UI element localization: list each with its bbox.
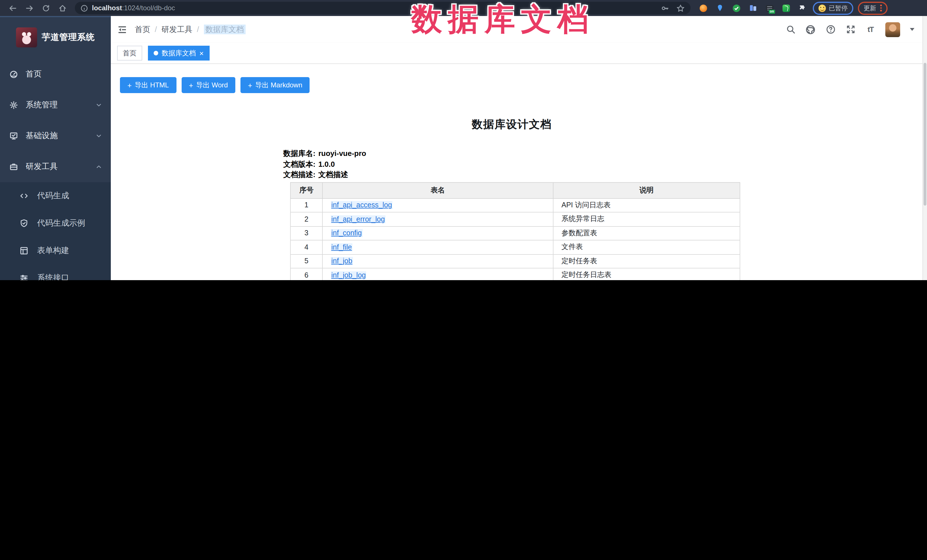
sidebar: 芋道管理系统 首页 系统管理 基础设施	[0, 16, 111, 280]
paused-extension-badge[interactable]: 已暂停	[813, 2, 853, 15]
app-logo-row[interactable]: 芋道管理系统	[0, 16, 111, 59]
header-actions: tT	[785, 22, 915, 37]
db-info-line: 数据库名:ruoyi-vue-pro	[283, 149, 740, 159]
emoji-face-icon	[819, 4, 826, 12]
screen: localhost:1024/tool/db-doc on	[0, 0, 927, 280]
table-row: 3 inf_config 参数配置表	[290, 226, 740, 240]
breadcrumb-item[interactable]: 数据库文档	[204, 24, 246, 35]
tag-db-doc[interactable]: 数据库文档 ×	[148, 46, 209, 61]
table-link[interactable]: inf_api_access_log	[331, 201, 393, 209]
tables-index: 序号 表名 说明 1 inf_api_access_log API 访问日志表	[290, 182, 740, 280]
browser-nav	[6, 1, 72, 15]
document-title: 数据库设计文档	[283, 117, 740, 132]
user-avatar[interactable]	[885, 22, 900, 37]
sidebar-item-dev-tools[interactable]: 研发工具	[0, 151, 111, 182]
tools-icon	[9, 162, 18, 171]
ext-pin-icon[interactable]	[715, 3, 724, 12]
ext-orange-icon[interactable]	[699, 3, 708, 12]
fontsize-icon[interactable]: tT	[865, 24, 875, 35]
home-icon[interactable]	[55, 1, 69, 15]
col-header-table-name: 表名	[322, 182, 553, 198]
sidebar-submenu: 代码生成 代码生成示例 表单构建 系统接口	[0, 182, 111, 280]
col-header-description: 说明	[553, 182, 740, 198]
col-header-index: 序号	[290, 182, 322, 198]
db-info-line: 文档描述:文档描述	[283, 170, 740, 180]
app-header: 首页/ 研发工具/ 数据库文档/ tT	[111, 16, 927, 43]
shield-icon	[20, 219, 29, 228]
export-word-button[interactable]: + 导出 Word	[181, 77, 235, 93]
app-title: 芋道管理系统	[42, 32, 95, 43]
ext-green-icon[interactable]	[781, 3, 790, 12]
browser-menu-icon[interactable]	[880, 5, 881, 11]
sidebar-fold-icon[interactable]	[117, 24, 128, 35]
ext-check-icon[interactable]	[732, 3, 741, 12]
reload-icon[interactable]	[39, 1, 53, 15]
table-link[interactable]: inf_api_error_log	[331, 216, 386, 223]
bookmark-star-icon[interactable]	[676, 4, 685, 12]
extensions-puzzle-icon[interactable]	[798, 3, 807, 12]
chevron-up-icon	[95, 163, 103, 171]
breadcrumb-item[interactable]: 首页	[135, 24, 150, 35]
chevron-down-icon[interactable]	[910, 28, 915, 31]
sidebar-subitem-code-generation-demo[interactable]: 代码生成示例	[0, 209, 111, 237]
table-row: 4 inf_file 文件表	[290, 240, 740, 254]
table-row: 1 inf_api_access_log API 访问日志表	[290, 198, 740, 212]
db-doc: 数据库设计文档 数据库名:ruoyi-vue-pro 文档版本:1.0.0 文档…	[283, 64, 740, 280]
browser-update-button[interactable]: 更新	[858, 2, 887, 15]
app-logo	[16, 27, 37, 47]
dashboard-icon	[9, 70, 18, 79]
table-link[interactable]: inf_job_log	[331, 271, 366, 279]
key-icon[interactable]	[661, 4, 669, 12]
ext-on-icon[interactable]: on	[765, 3, 774, 12]
table-link[interactable]: inf_job	[331, 257, 353, 265]
table-link[interactable]: inf_config	[331, 229, 362, 237]
export-html-button[interactable]: + 导出 HTML	[120, 77, 176, 93]
extension-row: on	[699, 3, 807, 12]
help-icon[interactable]	[825, 24, 836, 35]
sidebar-subitem-code-generation[interactable]: 代码生成	[0, 182, 111, 209]
infra-icon	[9, 131, 18, 141]
tags-view-bar: 首页 × 数据库文档 ×	[111, 43, 927, 64]
plus-icon: +	[189, 81, 193, 90]
tag-home[interactable]: 首页 ×	[117, 46, 142, 61]
fullscreen-icon[interactable]	[845, 24, 856, 35]
close-icon[interactable]: ×	[199, 49, 204, 57]
chevron-down-icon	[95, 101, 103, 109]
sliders-icon	[20, 273, 29, 280]
browser-chrome: localhost:1024/tool/db-doc on	[0, 0, 927, 16]
active-dot-icon	[153, 51, 158, 55]
forward-icon[interactable]	[22, 1, 36, 15]
breadcrumb-item[interactable]: 研发工具	[162, 24, 193, 35]
db-info-block: 数据库名:ruoyi-vue-pro 文档版本:1.0.0 文档描述:文档描述	[283, 149, 740, 180]
ext-blue-icon[interactable]	[748, 3, 757, 12]
sidebar-menu: 首页 系统管理 基础设施 研发工具	[0, 59, 111, 182]
sidebar-item-system-management[interactable]: 系统管理	[0, 90, 111, 120]
table-header-row: 序号 表名 说明	[290, 182, 740, 198]
scrollbar-thumb[interactable]	[924, 63, 926, 206]
page-scrollbar[interactable]	[922, 16, 927, 280]
table-link[interactable]: inf_file	[331, 243, 353, 251]
table-row: 2 inf_api_error_log 系统异常日志	[290, 212, 740, 226]
chevron-down-icon	[95, 132, 103, 140]
form-icon	[20, 246, 29, 255]
db-info-line: 文档版本:1.0.0	[283, 159, 740, 170]
plus-icon: +	[128, 81, 132, 90]
breadcrumb: 首页/ 研发工具/ 数据库文档/	[135, 24, 246, 35]
table-row: 6 inf_job_log 定时任务日志表	[290, 268, 740, 280]
url-text: localhost:1024/tool/db-doc	[92, 4, 175, 12]
github-icon[interactable]	[805, 24, 816, 35]
gear-icon	[9, 100, 18, 110]
url-bar[interactable]: localhost:1024/tool/db-doc	[75, 2, 690, 14]
sidebar-item-home[interactable]: 首页	[0, 59, 111, 90]
sidebar-subitem-form-builder[interactable]: 表单构建	[0, 237, 111, 264]
code-icon	[20, 191, 29, 200]
table-row: 5 inf_job 定时任务表	[290, 254, 740, 268]
site-info-icon[interactable]	[81, 4, 88, 12]
sidebar-item-infrastructure[interactable]: 基础设施	[0, 120, 111, 151]
search-icon[interactable]	[785, 24, 796, 35]
sidebar-subitem-system-api[interactable]: 系统接口	[0, 264, 111, 280]
plus-icon: +	[248, 81, 252, 90]
export-toolbar: + 导出 HTML + 导出 Word + 导出 Markdown	[120, 77, 310, 93]
back-icon[interactable]	[6, 1, 20, 15]
main-content: + 导出 HTML + 导出 Word + 导出 Markdown 数据库设计文…	[111, 64, 922, 280]
